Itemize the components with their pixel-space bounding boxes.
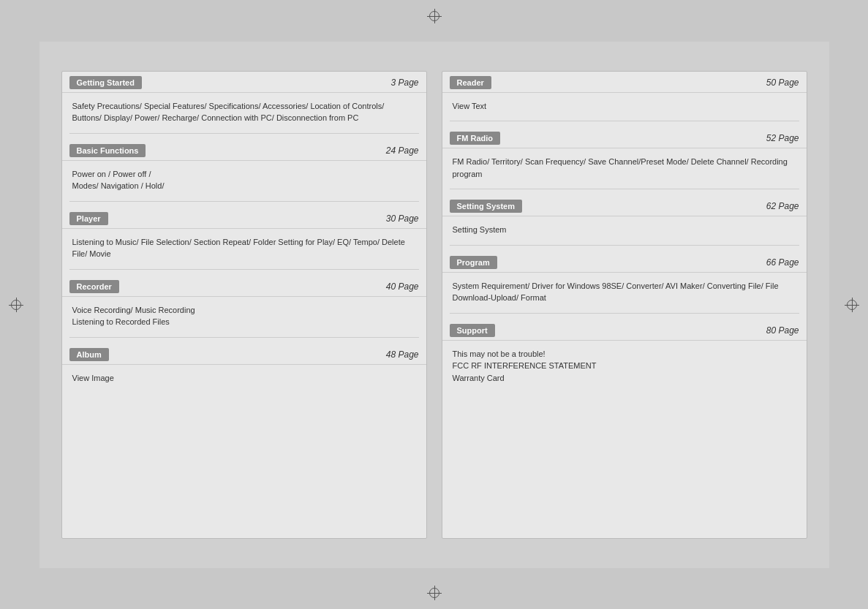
section-content-setting-system: Setting System	[442, 221, 807, 245]
section-page-player: 30 Page	[386, 213, 419, 224]
section-content-basic-functions: Power on / Power off / Modes/ Navigation…	[62, 165, 426, 201]
section-header-fm-radio: FM Radio52 Page	[442, 127, 807, 148]
section-label-fm-radio: FM Radio	[450, 132, 501, 145]
section-setting-system: Setting System62 PageSetting System	[442, 195, 807, 251]
section-divider	[450, 189, 799, 189]
section-label-program: Program	[450, 256, 497, 269]
section-page-album: 48 Page	[386, 349, 419, 360]
section-page-getting-started: 3 Page	[390, 77, 418, 88]
section-label-support: Support	[450, 324, 495, 337]
section-divider	[69, 201, 419, 202]
section-header-player: Player30 Page	[62, 208, 426, 229]
section-page-setting-system: 62 Page	[766, 201, 799, 211]
section-divider	[450, 121, 799, 121]
section-label-reader: Reader	[450, 76, 491, 89]
section-header-getting-started: Getting Started3 Page	[62, 72, 426, 93]
section-label-album: Album	[69, 348, 109, 361]
section-fm-radio: FM Radio52 PageFM Radio/ Territory/ Scan…	[442, 127, 807, 195]
section-content-fm-radio: FM Radio/ Territory/ Scan Frequency/ Sav…	[442, 153, 807, 189]
section-page-reader: 50 Page	[766, 77, 799, 88]
section-header-reader: Reader50 Page	[442, 72, 807, 93]
section-content-program: System Requirement/ Driver for Windows 9…	[442, 277, 807, 313]
section-label-player: Player	[69, 212, 108, 225]
section-header-setting-system: Setting System62 Page	[442, 195, 807, 216]
section-content-album: View Image	[62, 369, 426, 393]
section-divider	[69, 269, 419, 270]
section-label-setting-system: Setting System	[450, 200, 522, 213]
section-header-support: Support80 Page	[442, 319, 807, 341]
section-content-getting-started: Safety Precautions/ Special Features/ Sp…	[62, 97, 426, 133]
section-header-recorder: Recorder40 Page	[62, 276, 426, 297]
section-divider	[69, 337, 419, 338]
section-player: Player30 PageListening to Music/ File Se…	[62, 208, 426, 276]
right-panel: Reader50 PageView TextFM Radio52 PageFM …	[442, 71, 807, 539]
section-getting-started: Getting Started3 PageSafety Precautions/…	[62, 72, 426, 140]
section-label-basic-functions: Basic Functions	[69, 144, 146, 157]
section-support: Support80 PageThis may not be a trouble!…	[442, 319, 807, 399]
section-page-recorder: 40 Page	[386, 281, 419, 292]
section-reader: Reader50 PageView Text	[442, 72, 807, 128]
section-header-basic-functions: Basic Functions24 Page	[62, 140, 426, 161]
section-recorder: Recorder40 PageVoice Recording/ Music Re…	[62, 276, 426, 344]
section-header-album: Album48 Page	[62, 344, 426, 365]
section-divider	[450, 245, 799, 246]
section-divider	[450, 313, 799, 314]
main-area: Getting Started3 PageSafety Precautions/…	[39, 42, 829, 568]
section-program: Program66 PageSystem Requirement/ Driver…	[442, 251, 807, 319]
section-label-getting-started: Getting Started	[69, 76, 142, 89]
section-divider	[69, 133, 419, 134]
section-header-program: Program66 Page	[442, 251, 807, 273]
section-content-recorder: Voice Recording/ Music RecordingListenin…	[62, 301, 426, 337]
section-content-reader: View Text	[442, 97, 807, 121]
section-content-support: This may not be a trouble!FCC RF INTERFE…	[442, 345, 807, 393]
section-page-program: 66 Page	[766, 257, 799, 268]
left-panel: Getting Started3 PageSafety Precautions/…	[61, 71, 427, 539]
section-page-support: 80 Page	[766, 325, 799, 336]
section-page-fm-radio: 52 Page	[766, 133, 799, 143]
section-basic-functions: Basic Functions24 PagePower on / Power o…	[62, 140, 426, 208]
section-album: Album48 PageView Image	[62, 344, 426, 399]
section-page-basic-functions: 24 Page	[386, 145, 419, 156]
section-label-recorder: Recorder	[69, 280, 119, 293]
section-content-player: Listening to Music/ File Selection/ Sect…	[62, 233, 426, 269]
